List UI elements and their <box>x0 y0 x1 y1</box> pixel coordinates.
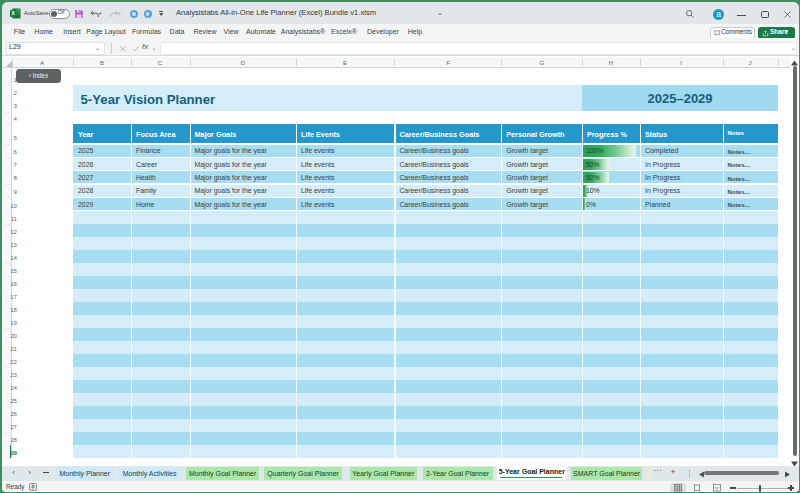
svg-text:X: X <box>11 10 15 16</box>
